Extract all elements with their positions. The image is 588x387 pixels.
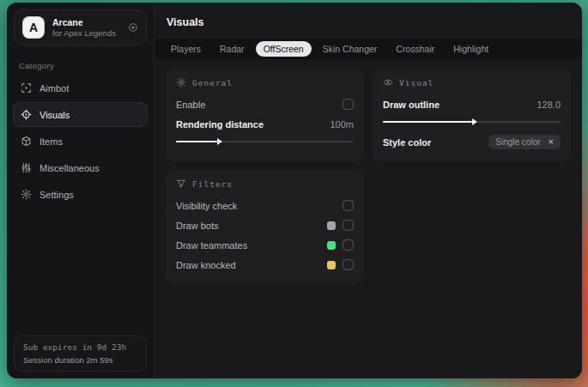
draw-bots-label: Draw bots [176, 221, 219, 231]
enable-row: Enable [176, 95, 354, 113]
sub-expires-text: Sub expires in 9d 23h [23, 342, 137, 352]
scan-target-icon [21, 82, 32, 94]
enable-label: Enable [176, 100, 205, 110]
app-window: A Arcane for Apex Legends Category [7, 3, 582, 378]
sidebar-spacer [7, 207, 154, 329]
sidebar-item-label: Items [39, 136, 63, 147]
brand-logo: A [22, 16, 45, 39]
draw-knocked-label: Draw knocked [176, 260, 236, 270]
clear-icon[interactable]: × [549, 137, 554, 147]
subscription-card: Sub expires in 9d 23h Session duration 2… [14, 336, 147, 372]
gear-icon [21, 189, 32, 200]
draw-teammates-color-swatch[interactable] [327, 241, 336, 250]
rendering-distance-row: Rendering distance 100m [176, 115, 354, 133]
tab-highlight[interactable]: Highlight [446, 41, 496, 57]
draw-bots-checkbox[interactable] [342, 220, 354, 231]
funnel-icon [176, 178, 186, 189]
draw-outline-value: 128.0 [536, 100, 561, 110]
visibility-check-checkbox[interactable] [342, 200, 354, 211]
panel-title: Visual [399, 78, 433, 88]
panel-title: General [192, 78, 233, 88]
sidebar-item-visuals[interactable]: Visuals [13, 102, 148, 127]
style-color-value: Single color [495, 137, 540, 147]
content: General Enable Rendering distance 100m [155, 59, 582, 293]
crosshair-eye-icon [21, 109, 32, 120]
rendering-distance-value: 100m [330, 119, 354, 130]
tab-skin-changer[interactable]: Skin Changer [315, 41, 385, 57]
draw-outline-slider[interactable] [383, 117, 561, 127]
panel-title: Filters [192, 179, 233, 189]
rendering-distance-slider[interactable] [176, 136, 354, 147]
sidebar-item-label: Miscellaneous [39, 163, 100, 173]
draw-knocked-checkbox[interactable] [342, 259, 354, 270]
main-area: Visuals Players Radar OffScreen Skin Cha… [155, 3, 582, 378]
sidebar-item-aimbot[interactable]: Aimbot [13, 76, 148, 100]
draw-teammates-checkbox[interactable] [342, 239, 354, 251]
sidebar-item-items[interactable]: Items [13, 129, 148, 154]
visual-panel: Visual Draw outline 128.0 Style color Si… [373, 69, 571, 161]
draw-teammates-row: Draw teammates [176, 236, 354, 254]
tab-offscreen[interactable]: OffScreen [256, 41, 312, 57]
draw-knocked-row: Draw knocked [176, 256, 354, 274]
slider-fill [176, 141, 217, 142]
style-color-select[interactable]: Single color × [488, 135, 561, 149]
page-title: Visuals [155, 3, 582, 39]
sidebar-nav: Aimbot Visuals [7, 76, 154, 207]
sliders-icon [21, 162, 32, 173]
visibility-check-label: Visibility check [176, 201, 237, 211]
filters-panel: Filters Visibility check Draw bots [166, 170, 364, 284]
sidebar-item-settings[interactable]: Settings [13, 182, 148, 207]
sun-icon [176, 77, 186, 88]
category-label: Category [7, 52, 154, 76]
tab-radar[interactable]: Radar [212, 41, 252, 57]
tab-crosshair[interactable]: Crosshair [388, 41, 442, 57]
target-badge-icon[interactable] [128, 22, 138, 33]
tab-bar: Players Radar OffScreen Skin Changer Cro… [155, 39, 582, 59]
sidebar-item-label: Aimbot [39, 83, 69, 94]
style-color-row: Style color Single color × [383, 133, 561, 151]
rendering-distance-label: Rendering distance [176, 119, 264, 130]
style-color-label: Style color [383, 137, 431, 148]
eye-icon [383, 77, 393, 88]
draw-bots-row: Draw bots [176, 216, 354, 234]
draw-bots-color-swatch[interactable] [327, 221, 336, 230]
draw-teammates-label: Draw teammates [176, 240, 247, 251]
tab-players[interactable]: Players [163, 41, 209, 57]
sidebar: A Arcane for Apex Legends Category [7, 3, 155, 378]
enable-checkbox[interactable] [342, 99, 354, 110]
visibility-check-row: Visibility check [176, 197, 354, 215]
sidebar-item-label: Settings [39, 190, 74, 200]
cube-icon [21, 136, 32, 147]
sidebar-item-miscellaneous[interactable]: Miscellaneous [13, 155, 148, 180]
brand-text: Arcane for Apex Legends [52, 17, 120, 39]
brand-card: A Arcane for Apex Legends [14, 9, 147, 45]
draw-outline-label: Draw outline [383, 100, 439, 110]
draw-knocked-color-swatch[interactable] [327, 261, 336, 269]
general-panel: General Enable Rendering distance 100m [166, 69, 364, 161]
session-duration-text: Session duration 2m 59s [23, 355, 137, 365]
slider-fill [383, 121, 472, 123]
brand-name: Arcane [52, 17, 120, 28]
draw-outline-row: Draw outline 128.0 [383, 95, 561, 113]
sidebar-item-label: Visuals [39, 110, 70, 120]
brand-subtitle: for Apex Legends [52, 28, 120, 39]
